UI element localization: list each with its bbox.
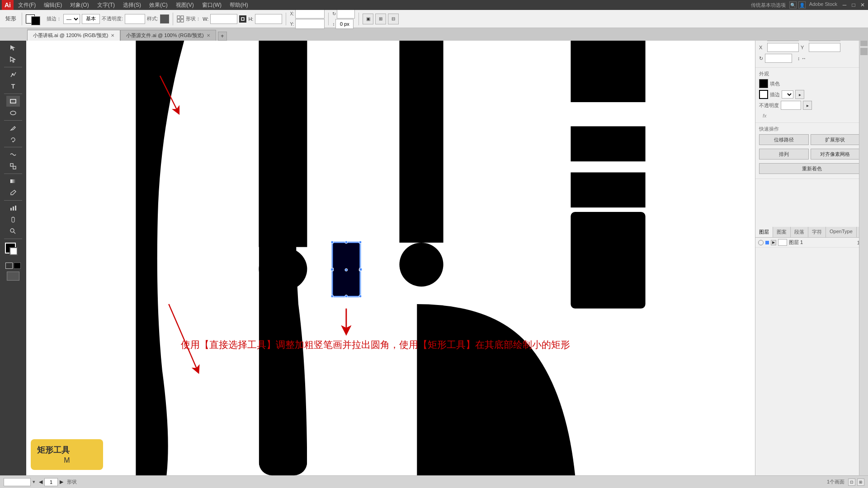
link-proportions-btn[interactable] bbox=[239, 15, 246, 23]
minimize-btn[interactable]: ─ bbox=[841, 1, 848, 9]
tab-close-1[interactable]: ✕ bbox=[111, 33, 114, 38]
expand-shape-btn[interactable]: 扩展形状 bbox=[811, 134, 860, 145]
tab-close-2[interactable]: ✕ bbox=[207, 33, 210, 38]
shear-input[interactable] bbox=[335, 19, 354, 29]
gradient-tool-btn[interactable] bbox=[6, 176, 20, 187]
width-input[interactable]: 6.583 px bbox=[210, 14, 237, 24]
transform-btn[interactable]: ▣ bbox=[363, 14, 373, 24]
pencil-tool-btn[interactable] bbox=[6, 122, 20, 133]
recolor-btn[interactable]: 重新着色 bbox=[759, 163, 864, 174]
hand-tool-btn[interactable] bbox=[6, 214, 20, 225]
panel-icon-5[interactable] bbox=[860, 48, 868, 55]
background-color[interactable] bbox=[9, 247, 18, 255]
stroke-color-swatch[interactable] bbox=[31, 16, 40, 25]
layer-expand-btn[interactable]: ▶ bbox=[771, 240, 776, 245]
new-tab-btn[interactable]: + bbox=[218, 32, 227, 41]
align-pixel-grid-btn[interactable]: 对齐像素网格 bbox=[811, 149, 860, 160]
paragraph-tab2[interactable]: 段落 bbox=[791, 227, 808, 237]
menu-help[interactable]: 帮助(H) bbox=[226, 0, 252, 10]
opacity-value-input[interactable]: 100% bbox=[781, 101, 801, 110]
style-swatch[interactable] bbox=[160, 14, 169, 23]
tab-document-2[interactable]: 小墨源文件.ai @ 100% (RGB/预览) ✕ bbox=[120, 30, 216, 41]
menu-type[interactable]: 文字(T) bbox=[94, 0, 118, 10]
layer-visibility-btn[interactable] bbox=[758, 240, 764, 245]
panel-y-input[interactable]: 1280.708 bbox=[809, 43, 840, 52]
selection-tool-btn[interactable] bbox=[6, 42, 20, 53]
toolbar-separator-2 bbox=[173, 13, 173, 25]
layer-thumbnail bbox=[778, 239, 787, 246]
menu-window[interactable]: 窗口(W) bbox=[198, 0, 225, 10]
layer-item-1[interactable]: ▶ 图层 1 100 bbox=[755, 238, 868, 248]
arrange-btn[interactable]: 排列 bbox=[759, 149, 809, 160]
zoom-control: 1200x ▾ bbox=[4, 478, 35, 486]
svg-rect-2 bbox=[177, 19, 180, 22]
stroke-swatch[interactable] bbox=[759, 90, 768, 99]
shape-builder-btn[interactable] bbox=[6, 161, 20, 172]
height-input[interactable]: 12.25 px bbox=[255, 14, 282, 24]
svg-rect-24 bbox=[571, 212, 645, 309]
quick-actions-title: 快速操作 bbox=[759, 126, 864, 132]
warp-tool-btn[interactable] bbox=[6, 149, 20, 160]
panel-rotate-input[interactable]: 0° bbox=[765, 54, 792, 63]
align-btn[interactable]: ⊞ bbox=[375, 14, 386, 24]
layers-tab[interactable]: 图层 bbox=[755, 227, 773, 237]
stroke-options-btn[interactable]: ▸ bbox=[795, 90, 804, 99]
pen-tool-btn[interactable] bbox=[6, 69, 20, 80]
tab-label-1: 小墨讲稿.ai @ 1200% (RGB/预览) bbox=[33, 32, 108, 39]
rotate-tool-btn[interactable] bbox=[6, 134, 20, 145]
opentype-tab[interactable]: OpenType bbox=[826, 227, 857, 237]
stroke-type-select[interactable]: — bbox=[63, 14, 80, 24]
prev-page-btn[interactable]: ◀ bbox=[39, 479, 42, 485]
stroke-weight-select[interactable] bbox=[782, 90, 793, 99]
x-coord-input[interactable]: 475.042 bbox=[295, 9, 325, 19]
opacity-input[interactable]: 100% bbox=[125, 14, 145, 24]
stroke-style-input[interactable] bbox=[82, 14, 100, 24]
offset-path-btn[interactable]: 位移路径 bbox=[759, 134, 809, 145]
zoom-tool-btn[interactable] bbox=[6, 226, 20, 237]
menu-file[interactable]: 文件(F) bbox=[14, 0, 39, 10]
fill-swatch[interactable] bbox=[759, 79, 768, 88]
menu-effect[interactable]: 效果(C) bbox=[146, 0, 171, 10]
maximize-btn[interactable]: □ bbox=[850, 1, 857, 9]
outline-view-btn[interactable] bbox=[14, 263, 21, 269]
svg-point-29 bbox=[359, 241, 362, 244]
tab-document-1[interactable]: 小墨讲稿.ai @ 1200% (RGB/预览) ✕ bbox=[27, 30, 120, 41]
svg-rect-23 bbox=[571, 173, 645, 208]
pathfinder-btn[interactable]: ⊟ bbox=[388, 14, 399, 24]
panel-position-row: X 475.042 Y 1280.708 bbox=[759, 43, 864, 52]
user-btn[interactable]: 👤 bbox=[798, 1, 806, 9]
chart-tool-btn[interactable] bbox=[6, 202, 20, 213]
rotate-label: ↻ bbox=[332, 11, 336, 16]
menu-edit[interactable]: 编辑(E) bbox=[40, 0, 66, 10]
rectangle-tool-btn[interactable] bbox=[6, 96, 20, 107]
quick-actions-section: 快速操作 位移路径 扩展形状 排列 对齐像素网格 重新着色 bbox=[755, 123, 868, 179]
app-logo: Ai bbox=[2, 0, 14, 10]
svg-point-5 bbox=[12, 73, 14, 75]
zoom-input[interactable]: 1200x bbox=[4, 478, 31, 486]
eyedropper-tool-btn[interactable] bbox=[6, 188, 20, 198]
panel-x-input[interactable]: 475.042 bbox=[767, 43, 799, 52]
next-page-btn[interactable]: ▶ bbox=[60, 479, 63, 485]
opacity-expand-btn[interactable]: ▸ bbox=[803, 101, 812, 110]
character-tab[interactable]: 字符 bbox=[808, 227, 826, 237]
pattern-tab[interactable]: 图案 bbox=[773, 227, 791, 237]
zoom-fit-btn[interactable]: ⊡ bbox=[848, 479, 855, 486]
type-tool-btn[interactable]: T bbox=[6, 81, 20, 92]
menu-select[interactable]: 选择(S) bbox=[119, 0, 145, 10]
normal-view-btn[interactable] bbox=[5, 263, 13, 269]
page-number-input[interactable] bbox=[44, 478, 58, 486]
y-coord-input[interactable]: 1280.708 bbox=[295, 19, 325, 29]
menu-object[interactable]: 对象(O) bbox=[66, 0, 92, 10]
rotate-input[interactable]: 0° bbox=[337, 9, 355, 19]
svg-rect-9 bbox=[13, 166, 16, 169]
ellipse-tool-btn[interactable] bbox=[6, 108, 20, 118]
layer-color-indicator bbox=[765, 241, 769, 244]
grid-view-btn[interactable]: ⊞ bbox=[857, 479, 864, 486]
screen-mode-btn[interactable] bbox=[7, 272, 19, 281]
search-btn[interactable]: 🔍 bbox=[789, 1, 797, 9]
close-btn[interactable]: ✕ bbox=[859, 1, 866, 9]
direct-selection-tool-btn[interactable] bbox=[6, 54, 20, 65]
panel-rotate-row: ↻ 0° ↕ ↔ bbox=[759, 54, 864, 63]
menu-view[interactable]: 视图(V) bbox=[172, 0, 198, 10]
svg-point-34 bbox=[345, 295, 348, 298]
